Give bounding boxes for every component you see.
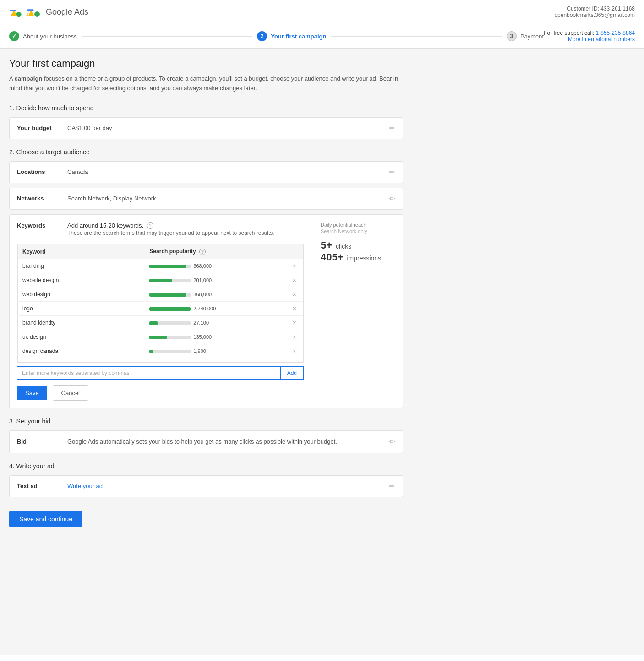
- keyword-remove-cell: ×: [286, 273, 303, 287]
- keyword-row: ux design135,000×: [18, 330, 303, 344]
- keyword-remove-button[interactable]: ×: [291, 319, 298, 326]
- keyword-term: website design: [18, 273, 145, 287]
- popularity-number: 368,000: [193, 292, 212, 297]
- keyword-row: website design201,000×: [18, 273, 303, 287]
- clicks-unit: clicks: [336, 243, 351, 250]
- desc-suffix: focuses on a theme or a group of product…: [9, 75, 398, 92]
- google-ads-logo: [26, 5, 40, 19]
- keyword-remove-button[interactable]: ×: [291, 347, 298, 355]
- support-label: For free support call:: [544, 30, 594, 36]
- keyword-popularity-cell: 30: [145, 358, 286, 363]
- popularity-bar-fill: [149, 350, 153, 353]
- keywords-table-wrapper: Keyword Search popularity ? branding368,…: [17, 244, 304, 363]
- support-info: For free support call: 1-855-235-8864 Mo…: [544, 30, 635, 43]
- keyword-remove-cell: ×: [286, 330, 303, 344]
- desc-bold: campaign: [15, 75, 43, 82]
- svg-marker-6: [28, 10, 34, 16]
- support-phone[interactable]: 1-855-235-8864: [596, 30, 635, 36]
- customer-info: Customer ID: 433-261-1168 openbookmarks.…: [554, 5, 635, 18]
- keyword-term: ux design: [18, 330, 145, 344]
- popularity-number: 135,000: [193, 334, 212, 340]
- popularity-bar-fill: [149, 321, 158, 325]
- keyword-term: branding: [18, 259, 145, 273]
- keyword-remove-cell: ×: [286, 287, 303, 301]
- popularity-bar-bg: [149, 279, 191, 282]
- keywords-label: Keywords: [17, 222, 67, 229]
- google-ads-logo-icon: [9, 5, 22, 18]
- bid-label: Bid: [17, 438, 67, 445]
- logo-text: Google Ads: [46, 7, 88, 17]
- kw-actions: Save Cancel: [17, 385, 304, 401]
- keyword-remove-button[interactable]: ×: [291, 276, 298, 284]
- location-card: Locations Canada ✏: [9, 161, 403, 183]
- keyword-remove-button[interactable]: ×: [291, 362, 298, 363]
- keywords-help-icon[interactable]: ?: [147, 222, 153, 229]
- popularity-number: 27,100: [193, 320, 209, 325]
- keyword-row: ux vancouver30×: [18, 358, 303, 363]
- audience-heading: 2. Choose a target audience: [9, 148, 403, 156]
- col-keyword: Keyword: [18, 244, 145, 259]
- location-edit-icon[interactable]: ✏: [389, 168, 395, 176]
- bid-value: Google Ads automatically sets your bids …: [67, 437, 389, 446]
- keyword-remove-button[interactable]: ×: [291, 291, 298, 298]
- budget-edit-icon[interactable]: ✏: [389, 124, 395, 132]
- networks-value: Search Network, Display Network: [67, 195, 389, 202]
- location-value: Canada: [67, 168, 389, 175]
- keyword-remove-cell: ×: [286, 315, 303, 330]
- popularity-bar-bg: [149, 336, 191, 339]
- popularity-bar-fill: [149, 265, 186, 268]
- daily-reach-sidebar: Daily potential reach Search Network onl…: [313, 222, 395, 401]
- keywords-table: Keyword Search popularity ? branding368,…: [17, 244, 303, 363]
- popularity-number: 1,900: [193, 348, 206, 354]
- popularity-bar-container: [149, 321, 191, 325]
- popularity-number: 2,740,000: [193, 306, 216, 311]
- kw-cancel-button[interactable]: Cancel: [53, 385, 88, 401]
- step-3-circle: 3: [507, 31, 517, 41]
- bid-heading: 3. Set your bid: [9, 417, 403, 425]
- popularity-help-icon[interactable]: ?: [199, 249, 206, 255]
- keyword-term: ux vancouver: [18, 358, 145, 363]
- popularity-bar-bg: [149, 293, 191, 297]
- step-1: ✓ About your business: [9, 31, 77, 41]
- popularity-bar-container: [149, 279, 191, 282]
- keyword-remove-cell: ×: [286, 259, 303, 273]
- budget-label: Your budget: [17, 125, 67, 131]
- keyword-popularity-cell: 368,000: [145, 259, 286, 273]
- svg-point-8: [34, 11, 40, 17]
- ad-edit-icon[interactable]: ✏: [389, 482, 395, 490]
- keyword-remove-button[interactable]: ×: [291, 333, 298, 341]
- step-2-circle: 2: [257, 31, 267, 41]
- ad-card: Text ad Write your ad ✏: [9, 475, 403, 497]
- kw-save-button[interactable]: Save: [17, 386, 47, 400]
- step-1-label: About your business: [23, 33, 77, 40]
- more-numbers-link[interactable]: More international numbers: [568, 36, 635, 43]
- write-ad-link[interactable]: Write your ad: [67, 482, 103, 489]
- steps-nav: ✓ About your business 2 Your first campa…: [0, 24, 644, 49]
- keyword-term: logo: [18, 301, 145, 315]
- keyword-popularity-cell: 27,100: [145, 315, 286, 330]
- keyword-remove-button[interactable]: ×: [291, 262, 298, 270]
- impressions-number: 405+: [321, 251, 344, 263]
- networks-edit-icon[interactable]: ✏: [389, 195, 395, 203]
- keyword-remove-cell: ×: [286, 358, 303, 363]
- keyword-remove-cell: ×: [286, 344, 303, 358]
- save-continue-button[interactable]: Save and continue: [9, 511, 82, 527]
- keyword-remove-button[interactable]: ×: [291, 305, 298, 312]
- keyword-popularity-cell: 201,000: [145, 273, 286, 287]
- keywords-desc: Add around 15-20 keywords. ? These are t…: [67, 222, 274, 241]
- popularity-bar-container: [149, 350, 191, 353]
- keyword-input[interactable]: [17, 366, 280, 380]
- ad-value: Write your ad: [67, 482, 389, 489]
- keyword-remove-cell: ×: [286, 301, 303, 315]
- keyword-row: design canada1,900×: [18, 344, 303, 358]
- bid-edit-icon[interactable]: ✏: [389, 438, 395, 446]
- impressions-row: 405+ impressions: [321, 251, 395, 263]
- col-remove: [286, 244, 303, 259]
- top-bar: Google Ads Customer ID: 433-261-1168 ope…: [0, 0, 644, 24]
- keyword-row: web design368,000×: [18, 287, 303, 301]
- main-content: Your first campaign A campaign focuses o…: [0, 49, 412, 555]
- clicks-row: 5+ clicks: [321, 239, 395, 251]
- popularity-bar-fill: [149, 293, 186, 297]
- popularity-bar-bg: [149, 321, 191, 325]
- keyword-add-button[interactable]: Add: [280, 366, 304, 380]
